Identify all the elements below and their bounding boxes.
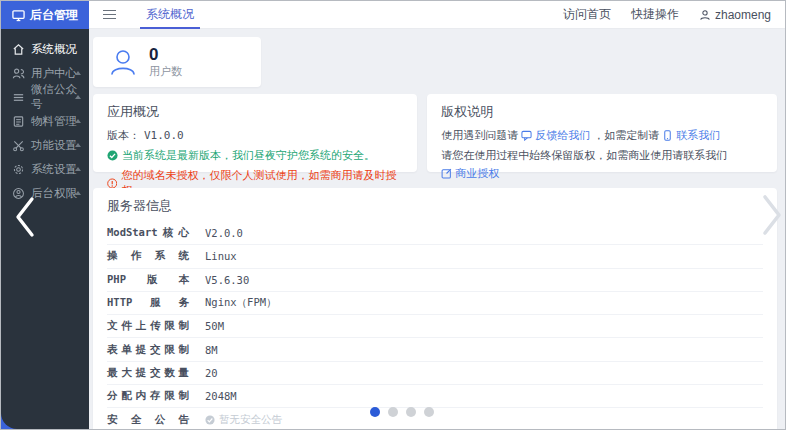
material-icon — [12, 115, 25, 128]
quick-actions-link[interactable]: 快捷操作 — [631, 6, 679, 23]
chevron-up-icon — [75, 95, 81, 99]
chevron-right-icon — [760, 192, 784, 238]
sidebar-item-material[interactable]: 物料管理 — [1, 109, 89, 133]
copyright-line-2: 请您在使用过程中始终保留版权，如需商业使用请联系我们 商业授权 — [441, 148, 763, 181]
security-value: 暂无安全公告 — [205, 413, 282, 427]
commercial-license-link[interactable]: 商业授权 — [441, 166, 499, 181]
carousel-dots — [370, 407, 434, 417]
topbar-right: 访问首页 快捷操作 zhaomeng — [563, 6, 785, 23]
user-outline-icon — [108, 47, 138, 77]
user-count-label: 用户数 — [149, 64, 182, 79]
sidebar-item-function-settings[interactable]: 功能设置 — [1, 133, 89, 157]
chevron-left-icon — [12, 195, 38, 239]
chat-bubble-icon — [521, 130, 532, 141]
sidebar-item-system-overview[interactable]: 系统概况 — [1, 37, 89, 61]
server-info-row: HTTP服务Nginx（FPM） — [107, 292, 763, 315]
tab-system-overview[interactable]: 系统概况 — [140, 1, 200, 29]
user-icon — [699, 9, 711, 21]
menu-toggle-button[interactable] — [101, 6, 118, 24]
users-icon — [12, 67, 25, 80]
user-count-card[interactable]: 0 用户数 — [93, 37, 261, 87]
phone-icon — [662, 130, 673, 141]
chevron-up-icon — [75, 71, 81, 75]
latest-version-notice: 当前系统是最新版本，我们昼夜守护您系统的安全。 — [107, 148, 403, 163]
chevron-up-icon — [75, 191, 81, 195]
user-count-value: 0 — [149, 45, 182, 65]
server-info-row: 表单提交限制8M — [107, 338, 763, 361]
visit-home-link[interactable]: 访问首页 — [563, 6, 611, 23]
app-overview-title: 应用概况 — [107, 103, 403, 121]
check-circle-muted-icon — [205, 415, 215, 425]
tools-icon — [12, 139, 25, 152]
version-line: 版本：V1.0.0 — [107, 128, 403, 143]
sidebar-item-label: 物料管理 — [31, 114, 77, 129]
carousel-next-button[interactable] — [760, 192, 784, 242]
server-info-row: ModStart核心V2.0.0 — [107, 222, 763, 245]
server-info-table: ModStart核心V2.0.0操作系统LinuxPHP版本V5.6.30HTT… — [107, 222, 763, 408]
brand-logo[interactable]: 后台管理 — [1, 1, 89, 29]
sidebar-item-wechat[interactable]: 微信公众号 — [1, 85, 89, 109]
monitor-icon — [12, 9, 25, 22]
topbar: 系统概况 访问首页 快捷操作 zhaomeng — [89, 1, 785, 29]
server-info-row: 最大提交数量20 — [107, 362, 763, 385]
carousel-dot[interactable] — [370, 407, 380, 417]
app-overview-card: 应用概况 版本：V1.0.0 当前系统是最新版本，我们昼夜守护您系统的安全。 您… — [93, 94, 417, 172]
sidebar-item-system-settings[interactable]: 系统设置 — [1, 157, 89, 181]
main-content: 0 用户数 应用概况 版本：V1.0.0 当前系统是最新版本，我们昼夜守护您系统… — [89, 29, 785, 429]
feedback-link[interactable]: 反馈给我们 — [521, 128, 590, 143]
version-label: 版本： — [107, 128, 140, 143]
sidebar-item-label: 用户中心 — [31, 66, 77, 81]
sidebar-item-label: 系统概况 — [31, 42, 77, 57]
home-icon — [12, 43, 25, 56]
gear-icon — [12, 163, 25, 176]
server-info-row: 分配内存限制2048M — [107, 385, 763, 408]
contact-us-link[interactable]: 联系我们 — [662, 128, 720, 143]
copyright-title: 版权说明 — [441, 103, 763, 121]
brand-title: 后台管理 — [30, 7, 78, 24]
copyright-line-1: 使用遇到问题请 反馈给我们 ，如需定制请 联系我们 — [441, 128, 763, 143]
sidebar-item-label: 微信公众号 — [31, 82, 81, 112]
carousel-dot[interactable] — [406, 407, 416, 417]
wechat-icon — [12, 91, 25, 104]
edit-doc-icon — [441, 168, 452, 179]
chevron-up-icon — [75, 119, 81, 123]
server-info-card: 服务器信息 ModStart核心V2.0.0操作系统LinuxPHP版本V5.6… — [93, 188, 777, 429]
security-label: 安全公告 — [107, 413, 189, 427]
security-row: 安全公告 暂无安全公告 — [107, 408, 763, 429]
user-menu[interactable]: zhaomeng — [699, 8, 771, 22]
sidebar-item-label: 功能设置 — [31, 138, 77, 153]
server-info-row: PHP版本V5.6.30 — [107, 269, 763, 292]
check-circle-icon — [107, 150, 118, 161]
carousel-dot[interactable] — [388, 407, 398, 417]
server-info-row: 文件上传限制50M — [107, 315, 763, 338]
sidebar-item-label: 系统设置 — [31, 162, 77, 177]
sidebar-nav: 系统概况 用户中心 微信公众号 物料管理 功能设置 系统设置 — [1, 29, 89, 205]
chevron-up-icon — [75, 143, 81, 147]
carousel-dot[interactable] — [424, 407, 434, 417]
chevron-up-icon — [75, 167, 81, 171]
copyright-card: 版权说明 使用遇到问题请 反馈给我们 ，如需定制请 联系我们 请您在使用过程中始… — [427, 94, 777, 172]
warning-circle-icon — [107, 178, 117, 189]
server-info-title: 服务器信息 — [107, 197, 763, 215]
username: zhaomeng — [715, 8, 771, 22]
server-info-row: 操作系统Linux — [107, 245, 763, 268]
carousel-prev-button[interactable] — [12, 195, 38, 243]
version-value: V1.0.0 — [144, 129, 184, 142]
